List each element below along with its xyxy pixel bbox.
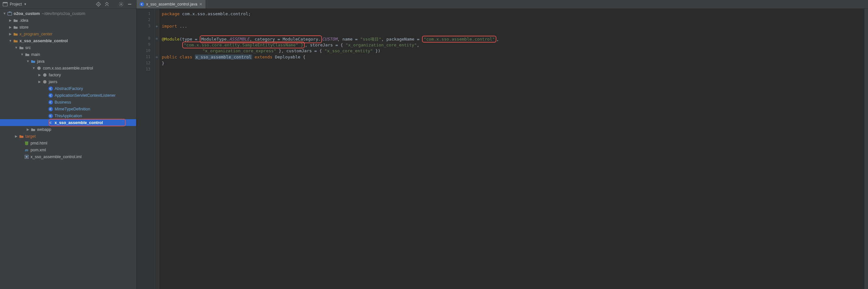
svg-rect-10 — [8, 12, 12, 15]
tree-item-iml[interactable]: x_sso_assemble_control.iml — [0, 153, 136, 160]
settings-icon[interactable] — [119, 2, 124, 7]
svg-rect-11 — [9, 11, 10, 12]
svg-rect-16 — [26, 156, 27, 158]
folder-icon — [31, 59, 36, 64]
folder-icon — [13, 38, 18, 43]
tree-item-factory[interactable]: ▶ factory — [0, 71, 136, 78]
editor-area: C x_sso_assemble_control.java ✕ 1 2 3 8 … — [136, 0, 868, 289]
tree-root-path: ~/dev/tmp/o2oa_custom — [42, 11, 86, 16]
collapse-all-icon[interactable] — [104, 2, 110, 7]
folder-icon — [31, 127, 36, 132]
svg-point-14 — [43, 80, 47, 84]
tree-item-src[interactable]: ▼ src — [0, 44, 136, 51]
tree-item-pom[interactable]: m pom.xml — [0, 147, 136, 153]
svg-point-8 — [121, 4, 122, 5]
tab-file[interactable]: C x_sso_assemble_control.java ✕ — [136, 0, 206, 8]
folder-icon — [19, 45, 24, 50]
tree-item-x-sso-assemble[interactable]: ▼ x_sso_assemble_control — [0, 37, 136, 44]
maven-icon: m — [24, 148, 29, 153]
tab-label: x_sso_assemble_control.java — [146, 2, 197, 6]
folder-icon — [19, 134, 24, 139]
package-icon — [36, 66, 41, 71]
tree-item-target[interactable]: ▶ target — [0, 133, 136, 140]
module-icon — [7, 11, 12, 16]
project-tree[interactable]: ▼ o2oa_custom ~/dev/tmp/o2oa_custom ▶ .i… — [0, 9, 136, 289]
tree-root[interactable]: ▼ o2oa_custom ~/dev/tmp/o2oa_custom — [0, 10, 136, 17]
tree-item-package[interactable]: ▼ com.x.sso.assemble.control — [0, 65, 136, 71]
tree-item-x-program-center[interactable]: ▶ x_program_center — [0, 31, 136, 37]
svg-point-13 — [43, 73, 47, 77]
hide-icon[interactable] — [127, 2, 132, 7]
highlight-box-3: "com.x.sso.core.entity.SampleEntityClass… — [182, 41, 305, 49]
tree-item-business[interactable]: C Business — [0, 99, 136, 105]
class-icon: C — [48, 106, 53, 112]
svg-point-12 — [37, 66, 41, 70]
tree-item-store[interactable]: ▶ store — [0, 24, 136, 31]
folder-icon — [25, 52, 30, 57]
highlight-box-2: "com.x.sso.assemble.control" — [422, 36, 496, 42]
close-icon[interactable]: ✕ — [199, 2, 203, 6]
html-icon — [24, 140, 29, 146]
class-icon: C — [48, 93, 53, 98]
class-icon: C — [48, 100, 53, 105]
tree-item-jaxrs[interactable]: ▶ jaxrs — [0, 78, 136, 85]
folder-icon — [13, 25, 18, 30]
tree-item-pmd[interactable]: pmd.html — [0, 140, 136, 147]
dropdown-icon[interactable]: ▼ — [24, 3, 27, 6]
tree-item-mime[interactable]: C MimeTypeDefinition — [0, 105, 136, 113]
tree-item-abstract-factory[interactable]: C AbstractFactory — [0, 85, 136, 92]
iml-icon — [24, 154, 29, 159]
tree-item-selected-class[interactable]: C x_sso_assemble_control — [0, 119, 136, 126]
class-icon: C — [140, 2, 144, 6]
tree-item-this-app[interactable]: C ThisApplication — [0, 113, 136, 119]
locate-icon[interactable] — [96, 2, 101, 7]
class-icon: C — [48, 86, 53, 91]
folder-icon — [13, 32, 18, 37]
class-icon: C — [48, 120, 53, 125]
tree-item-webapp[interactable]: ▶ webapp — [0, 126, 136, 133]
project-label[interactable]: Project — [10, 2, 22, 6]
folder-icon — [13, 18, 18, 23]
package-icon — [42, 72, 48, 77]
tree-item-main[interactable]: ▼ main — [0, 51, 136, 58]
tree-item-app-servlet[interactable]: C ApplicationServletContextListener — [0, 92, 136, 99]
project-sidebar: Project ▼ — [0, 0, 136, 289]
svg-point-3 — [98, 4, 99, 5]
main-layout: Project ▼ — [0, 0, 868, 289]
tab-bar: C x_sso_assemble_control.java ✕ — [136, 0, 868, 9]
tree-root-name: o2oa_custom — [13, 11, 40, 16]
gutter[interactable]: 1 2 3 8 9 10 11 12 13 — [136, 9, 155, 289]
code-container: 1 2 3 8 9 10 11 12 13 ⊕ ⊟ ⊟ package com.… — [136, 9, 868, 289]
tree-item-idea[interactable]: ▶ .idea — [0, 17, 136, 24]
sidebar-header: Project ▼ — [0, 0, 136, 9]
fold-gutter[interactable]: ⊕ ⊟ ⊟ — [155, 9, 159, 289]
project-view-icon — [3, 2, 8, 7]
svg-rect-1 — [3, 2, 7, 3]
minimap[interactable] — [864, 9, 868, 289]
package-icon — [42, 79, 48, 85]
tree-item-java[interactable]: ▼ java — [0, 58, 136, 65]
code-body[interactable]: package com.x.sso.assemble.control; impo… — [159, 9, 864, 289]
svg-rect-9 — [128, 4, 131, 4]
class-icon: C — [48, 113, 53, 119]
